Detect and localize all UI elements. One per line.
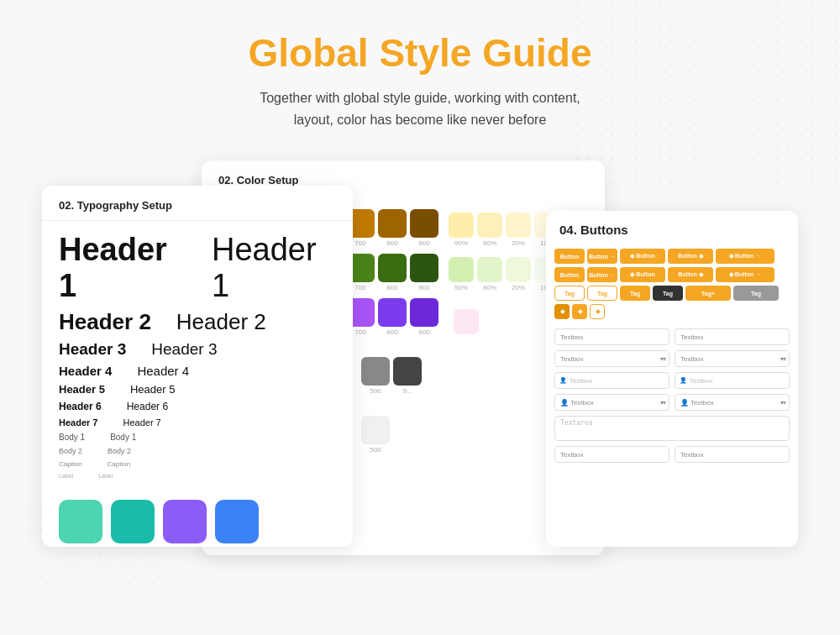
btn-tag-3[interactable]: Tag: [620, 286, 650, 301]
grad-swatch-teal: [111, 500, 155, 543]
yellow-900: 900: [410, 209, 438, 247]
btn-yellow-1[interactable]: Button: [554, 249, 585, 264]
icon-input-1[interactable]: 👤 Textbox: [554, 372, 669, 389]
buttons-section-1: Button Button → ◆ Button Button ◆ ◆ Butt…: [546, 245, 798, 326]
typo-row-h5: Header 5 Header 5: [59, 380, 336, 398]
typography-body: Header 1 Header 1 Header 2 Header 2 Head…: [42, 221, 353, 490]
grad-swatch-green: [59, 500, 102, 543]
white-500: 500: [361, 416, 390, 454]
typo-row-h2: Header 2 Header 2: [59, 307, 336, 338]
gradient-swatches-row: [42, 490, 353, 547]
select-2[interactable]: Textbox▾: [675, 350, 790, 367]
btn-y2-2[interactable]: Button →: [587, 267, 617, 282]
typo-h6-bold: Header 6: [59, 401, 102, 412]
purple-800: 800: [378, 298, 407, 336]
page-title: Global Style Guide: [249, 30, 592, 76]
typo-row-label: Label Label: [59, 470, 336, 481]
green-80pct: 80%: [477, 257, 502, 291]
btn-y2-5[interactable]: ◆ Button →: [716, 267, 774, 282]
input-row-3: 👤 Textbox 👤 Textbox: [546, 370, 798, 391]
typo-row-h7: Header 7 Header 7: [59, 415, 336, 430]
typo-row-h6: Header 6 Header 6: [59, 398, 336, 415]
input-row-1: [546, 326, 798, 348]
typo-row-h1: Header 1 Header 1: [59, 229, 336, 307]
btn-yellow-icon-only[interactable]: ◆ Button →: [716, 249, 774, 264]
pink-light: [454, 309, 479, 336]
btn-tag-5[interactable]: Tag+: [685, 286, 731, 301]
typo-h1-bold: Header 1: [59, 232, 186, 304]
btn-outline-1[interactable]: Tag: [554, 286, 585, 301]
gray-900-partial: 9...: [393, 357, 422, 395]
typo-row-h4: Header 4 Header 4: [59, 361, 336, 380]
yellow-90pct: 90%: [449, 213, 474, 247]
btn-icon-2[interactable]: ◆: [572, 304, 587, 319]
btn-gray-1[interactable]: Tag: [733, 286, 779, 301]
typo-caption-reg: Caption: [108, 460, 131, 468]
btn-icon-3[interactable]: ◆: [590, 304, 605, 319]
btn-row-2: Button Button → ◆ Button Button ◆ ◆ Butt…: [554, 267, 790, 282]
yellow-80pct: 80%: [477, 213, 502, 247]
page-subtitle: Together with global style guide, workin…: [260, 87, 580, 130]
select-wrap-1: Textbox▾: [554, 350, 669, 367]
btn-row-filled: Button Button → ◆ Button Button ◆ ◆ Butt…: [554, 249, 790, 264]
cards-area: 02. Typography Setup Header 1 Header 1 H…: [42, 160, 798, 580]
typo-h5-bold: Header 5: [59, 383, 105, 396]
typo-body1-bold: Body 1: [59, 433, 85, 442]
typo-h3-reg: Header 3: [151, 340, 217, 359]
grad-swatch-purple: [163, 500, 207, 543]
btn-outline-2[interactable]: Tag: [587, 286, 617, 301]
btn-icon-1[interactable]: ◆: [554, 304, 570, 319]
btn-y2-1[interactable]: Button: [554, 267, 585, 282]
select-1[interactable]: Textbox▾: [554, 350, 669, 367]
input-row-5: [546, 443, 798, 465]
typo-caption: Caption: [59, 460, 82, 468]
yellow-20pct: 20%: [506, 213, 531, 247]
icon-select-wrap-2: 👤 Textbox▾: [675, 394, 790, 411]
icon-select-1[interactable]: 👤 Textbox▾: [554, 394, 669, 411]
icon-select-wrap-1: 👤 Textbox▾: [554, 394, 669, 411]
btn-y2-3[interactable]: ◆ Button: [620, 267, 665, 282]
btn-dark-1[interactable]: Tag: [653, 286, 683, 301]
typo-label: Label: [59, 473, 73, 479]
grad-swatch-blue: [215, 500, 259, 543]
textarea-1[interactable]: Textarea: [554, 416, 790, 441]
icon-input-2[interactable]: 👤 Textbox: [675, 372, 790, 389]
input-row-4: 👤 Textbox▾ 👤 Textbox▾: [546, 391, 798, 413]
textbox-5b[interactable]: [675, 446, 790, 463]
typo-h1-reg: Header 1: [212, 232, 336, 304]
gray-500: 500: [361, 357, 390, 395]
typo-h3-bold: Header 3: [59, 340, 126, 359]
btn-yellow-3[interactable]: Button ◆: [668, 249, 713, 264]
typo-h4-bold: Header 4: [59, 364, 112, 378]
purple-900: 900: [410, 298, 438, 336]
green-90pct: 90%: [449, 257, 474, 291]
btn-row-icons: ◆ ◆ ◆: [554, 304, 790, 319]
green-800: 800: [378, 254, 407, 291]
textbox-2[interactable]: [675, 328, 790, 345]
typo-h2-reg: Header 2: [176, 309, 266, 335]
typo-h6-reg: Header 6: [127, 401, 168, 412]
btn-yellow-arrow[interactable]: Button →: [587, 249, 617, 264]
input-row-2: Textbox▾ Textbox▾: [546, 348, 798, 370]
green-900: 900: [410, 254, 438, 291]
typo-body2-reg: Body 2: [108, 447, 131, 455]
typo-label-reg: Label: [98, 473, 113, 479]
btn-yellow-2[interactable]: ◆ Button: [620, 249, 665, 264]
typo-row-caption: Caption Caption: [59, 458, 336, 470]
btn-row-3: Tag Tag Tag Tag Tag+ Tag: [554, 286, 790, 301]
typo-body2: Body 2: [59, 447, 82, 455]
textbox-5a[interactable]: [554, 446, 669, 463]
typo-h4-reg: Header 4: [137, 364, 189, 378]
select-wrap-2: Textbox▾: [675, 350, 790, 367]
yellow-800: 800: [378, 209, 407, 247]
green-20pct: 20%: [506, 257, 531, 291]
typo-row-body1: Body 1 Body 1: [59, 430, 336, 444]
typography-card-title: 02. Typography Setup: [42, 186, 353, 221]
icon-select-2[interactable]: 👤 Textbox▾: [675, 394, 790, 411]
typography-card: 02. Typography Setup Header 1 Header 1 H…: [42, 186, 353, 547]
textbox-1[interactable]: [554, 328, 669, 345]
typo-body1-reg: Body 1: [110, 433, 136, 442]
typo-h7-bold: Header 7: [59, 417, 97, 428]
btn-y2-4[interactable]: Button ◆: [668, 267, 713, 282]
typo-row-body2: Body 2 Body 2: [59, 444, 336, 458]
